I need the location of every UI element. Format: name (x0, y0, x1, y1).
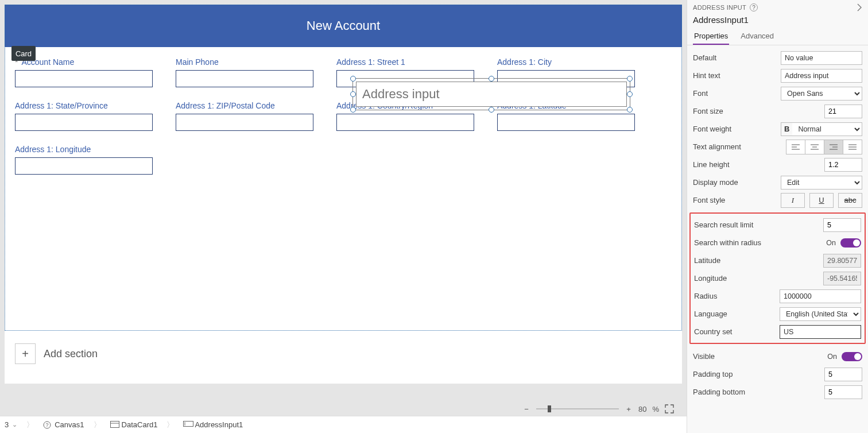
panel-header: ADDRESS INPUT ? (687, 0, 868, 15)
prop-searchlimit-label: Search result limit (694, 221, 819, 229)
add-section-row[interactable]: + Add section (15, 343, 98, 364)
prop-fontstyle-label: Font style (693, 196, 776, 204)
add-section-label: Add section (44, 348, 98, 360)
breadcrumb-datacard1[interactable]: DataCard1 (110, 420, 158, 429)
prop-fontsize-input[interactable] (824, 105, 862, 118)
help-icon[interactable]: ? (750, 3, 758, 11)
prop-padtop-input[interactable] (824, 368, 862, 381)
prop-padtop-label: Padding top (693, 370, 820, 378)
zoom-out-button[interactable]: − (522, 405, 530, 413)
prop-lon-label: Longitude (694, 274, 819, 283)
plus-icon[interactable]: + (15, 343, 36, 364)
chevron-right-icon[interactable] (857, 3, 862, 11)
breadcrumb: 3 ⌄ 〉 ? Canvas1 〉 DataCard1 〉 (0, 416, 687, 433)
prop-countryset-input[interactable] (780, 325, 861, 339)
prop-font-select[interactable]: Open Sans (781, 87, 862, 100)
field-addr1-zip: Address 1: ZIP/Postal Code (176, 101, 313, 131)
breadcrumb-canvas1[interactable]: ? Canvas1 (43, 420, 84, 429)
tab-advanced[interactable]: Advanced (739, 28, 775, 45)
field-label: Address 1: ZIP/Postal Code (176, 101, 275, 110)
help-icon: ? (43, 421, 51, 429)
addr1-zip-input[interactable] (176, 114, 313, 131)
prop-visible-label: Visible (693, 352, 823, 361)
card-tooltip: Card (11, 46, 36, 61)
prop-hint-input[interactable] (781, 69, 862, 83)
prop-lineheight-input[interactable] (824, 158, 862, 172)
zoom-slider[interactable] (536, 408, 619, 409)
prop-searchlimit-input[interactable] (823, 218, 861, 232)
breadcrumb-addressinput1[interactable]: AddressInput1 (183, 420, 243, 429)
field-label: Address 1: Street 1 (336, 57, 405, 67)
prop-displaymode-select[interactable]: Edit (781, 176, 862, 190)
align-justify-button[interactable] (843, 140, 862, 154)
field-addr1-state: Address 1: State/Province (15, 101, 153, 131)
addr1-lon-input[interactable] (15, 157, 153, 175)
zoom-unit: % (652, 405, 659, 413)
strike-button[interactable]: abc (838, 193, 862, 208)
properties-panel: ADDRESS INPUT ? AddressInput1 Properties… (687, 0, 868, 433)
form-header: New Account (5, 5, 682, 47)
underline-button[interactable]: U (809, 193, 834, 208)
prop-radius-label: Radius (694, 292, 775, 300)
zoom-in-button[interactable]: + (625, 405, 633, 413)
prop-lineheight-label: Line height (693, 160, 820, 169)
addr1-lat-input[interactable] (497, 114, 635, 131)
input-icon (183, 421, 191, 429)
prop-searchradius-toggle[interactable] (840, 238, 861, 248)
address-input-field[interactable] (362, 87, 621, 102)
prop-countryset-label: Country set (694, 327, 775, 336)
search-options-group: Search result limit Search within radius… (689, 212, 866, 344)
align-center-button[interactable] (805, 140, 824, 154)
svg-rect-2 (110, 421, 119, 427)
canvas-area: New Account *Account NameMain PhoneAddre… (0, 0, 687, 433)
prop-fontweight-select[interactable]: Normal (792, 122, 862, 136)
prop-align-label: Text alignment (693, 142, 782, 151)
prop-visible-toggle[interactable] (842, 352, 862, 361)
prop-lang-label: Language (694, 310, 775, 318)
field-main-phone: Main Phone (176, 57, 313, 87)
prop-default-label: Default (693, 53, 776, 62)
field-label: Address 1: City (497, 57, 552, 67)
fit-screen-icon[interactable] (665, 404, 674, 413)
panel-tabs: Properties Advanced (687, 28, 868, 45)
field-label: Main Phone (176, 57, 219, 67)
breadcrumb-root[interactable]: 3 ⌄ (5, 420, 17, 429)
design-surface[interactable]: New Account *Account NameMain PhoneAddre… (5, 5, 682, 384)
card-icon (110, 421, 118, 429)
prop-searchradius-label: Search within radius (694, 238, 822, 247)
prop-default-input[interactable] (781, 51, 862, 65)
form-body: *Account NameMain PhoneAddress 1: Street… (5, 47, 682, 175)
zoom-value: 80 (638, 405, 646, 413)
italic-button[interactable]: I (781, 193, 805, 208)
prop-lang-select[interactable]: English (United States) (780, 307, 861, 321)
prop-padbot-input[interactable] (824, 385, 862, 399)
addr1-country-input[interactable] (336, 114, 474, 131)
align-right-button[interactable] (824, 140, 843, 154)
prop-lon-input[interactable] (823, 272, 861, 285)
prop-displaymode-label: Display mode (693, 178, 776, 187)
prop-padbot-label: Padding bottom (693, 388, 820, 396)
svg-text:?: ? (46, 422, 49, 428)
chevron-down-icon: ⌄ (12, 421, 17, 428)
field-addr1-lon: Address 1: Longitude (15, 145, 153, 175)
form-title: New Account (307, 18, 380, 33)
prop-lat-input[interactable] (823, 254, 861, 268)
tab-properties[interactable]: Properties (693, 28, 729, 45)
prop-fontweight-label: Font weight (693, 125, 776, 133)
field-label: Address 1: Longitude (15, 145, 91, 154)
main-phone-input[interactable] (176, 70, 313, 87)
zoom-bar: − + 80 % (0, 402, 687, 416)
prop-radius-input[interactable] (780, 289, 861, 303)
account-name-input[interactable] (15, 70, 153, 87)
align-left-button[interactable] (786, 140, 805, 154)
field-account-name: *Account Name (15, 57, 153, 87)
control-name: AddressInput1 (687, 15, 868, 28)
prop-fontsize-label: Font size (693, 107, 820, 115)
prop-hint-label: Hint text (693, 71, 776, 80)
prop-font-label: Font (693, 89, 776, 98)
panel-title: ADDRESS INPUT (693, 4, 746, 11)
address-input-control[interactable] (356, 82, 627, 107)
field-label: Address 1: State/Province (15, 101, 108, 110)
addr1-state-input[interactable] (15, 114, 153, 131)
bold-icon[interactable]: B (781, 122, 792, 136)
